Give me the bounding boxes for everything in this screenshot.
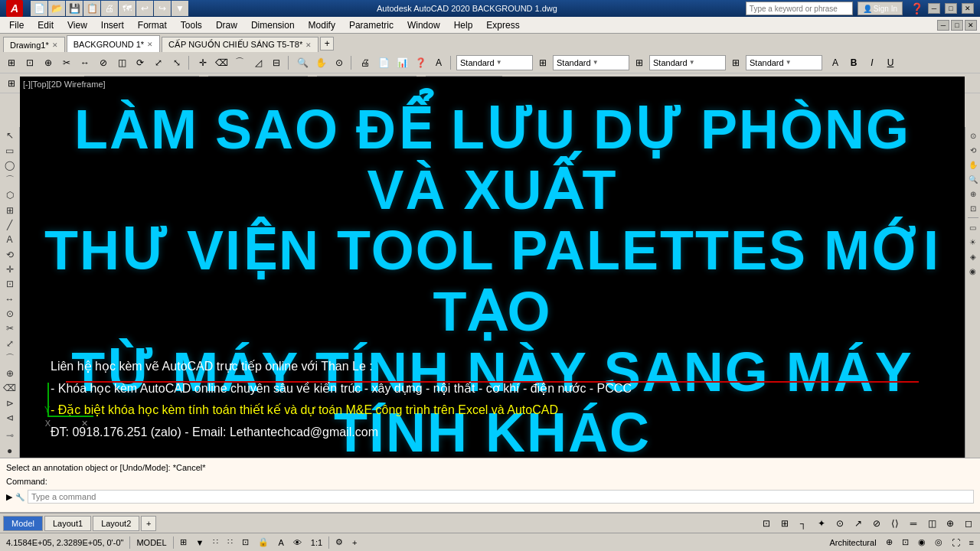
lt-extend[interactable]: ⤢: [2, 336, 18, 350]
lt-fillet[interactable]: ⌒: [2, 351, 18, 366]
tb-plotstyles[interactable]: 📊: [394, 55, 410, 70]
menu-modify[interactable]: Modify: [302, 18, 341, 32]
sb-osnap[interactable]: ⊙: [831, 516, 848, 531]
sb-grid-arrow[interactable]: ▼: [193, 538, 207, 547]
lt-mtext[interactable]: A: [2, 233, 18, 246]
tab-background1-close[interactable]: ✕: [147, 41, 153, 48]
lt-circle[interactable]: ◯: [2, 158, 18, 172]
sb-hw-accel[interactable]: ◉: [915, 537, 929, 547]
lt-poly[interactable]: ⬡: [2, 188, 18, 202]
open-btn[interactable]: 📂: [48, 1, 65, 16]
redo-btn[interactable]: ↪: [154, 1, 171, 16]
new-btn[interactable]: 📄: [31, 1, 47, 16]
sb-dot-grid[interactable]: ∷: [210, 537, 221, 547]
tab-drawing1[interactable]: Drawing1* ✕: [3, 37, 65, 52]
tb-offset[interactable]: ⊘: [95, 55, 112, 70]
new-tab-btn[interactable]: +: [320, 37, 334, 51]
std-dropdown-2[interactable]: Standard ▼: [553, 55, 629, 70]
rt-steeringwheel[interactable]: ⊕: [966, 187, 980, 201]
close-btn[interactable]: ✕: [962, 3, 974, 14]
sb-polar[interactable]: ✦: [813, 516, 830, 531]
menu-help[interactable]: Help: [448, 18, 479, 32]
maximize-btn[interactable]: □: [945, 3, 957, 14]
tab-layout1[interactable]: Layout1: [44, 516, 91, 531]
sb-scale[interactable]: 1:1: [308, 538, 325, 547]
tb-mirror[interactable]: ◫: [113, 55, 130, 70]
sign-in-button[interactable]: 👤 Sign In: [858, 2, 903, 15]
save-btn[interactable]: 💾: [66, 1, 83, 16]
lt-trim[interactable]: ✂: [2, 321, 18, 335]
tab-cap-nguon-close[interactable]: ✕: [305, 41, 312, 49]
tab-layout2[interactable]: Layout2: [93, 516, 139, 531]
tb-text-ul[interactable]: U: [882, 55, 899, 70]
sb-settings[interactable]: ⚙: [332, 537, 346, 547]
tb-array[interactable]: ⊟: [268, 55, 285, 70]
saveas-btn[interactable]: 📋: [83, 1, 100, 16]
plot-btn[interactable]: 🗺: [119, 1, 136, 16]
sb-model[interactable]: MODEL: [133, 538, 169, 547]
std-dropdown-3[interactable]: Standard ▼: [649, 55, 726, 70]
tb-text-italic[interactable]: I: [864, 55, 880, 70]
tab-drawing1-close[interactable]: ✕: [52, 41, 58, 49]
tb-scale[interactable]: ⤢: [150, 55, 167, 70]
sb-trans[interactable]: ◫: [923, 516, 940, 531]
keyword-search[interactable]: [746, 2, 853, 15]
tb-matchprop[interactable]: ⊡: [21, 55, 38, 70]
lt-mirror[interactable]: ↔: [2, 292, 18, 305]
lt-dim[interactable]: ⊸: [2, 429, 18, 442]
tab-background1[interactable]: BACKGROUND 1* ✕: [67, 35, 160, 52]
lt-arc[interactable]: ⌒: [2, 173, 18, 187]
lt-extra[interactable]: ●: [2, 444, 18, 458]
tab-cap-nguon[interactable]: CẤP NGUỒN CHIẾU SÁNG T5-T8* ✕: [162, 37, 318, 52]
lt-offset[interactable]: ⊙: [2, 307, 18, 321]
lt-hatch[interactable]: ⊞: [2, 203, 18, 217]
sb-ducs[interactable]: ⊘: [868, 516, 885, 531]
new-layout-btn[interactable]: +: [141, 516, 156, 531]
rt-view[interactable]: ▭: [966, 220, 980, 234]
sb-isolate[interactable]: ◎: [932, 537, 946, 547]
rt-pan[interactable]: ✋: [966, 158, 980, 171]
rt-light[interactable]: ☀: [966, 235, 980, 249]
tb-erase[interactable]: ⌫: [213, 55, 230, 70]
tb-move[interactable]: ✛: [194, 55, 211, 70]
sb-dot-grid2[interactable]: ∷: [224, 537, 236, 547]
sb-architectural[interactable]: Architectural: [826, 538, 879, 547]
std-dropdown-1[interactable]: Standard ▼: [456, 55, 533, 70]
ribbon-restore-btn[interactable]: □: [951, 20, 963, 31]
menu-insert[interactable]: Insert: [95, 18, 130, 32]
help-btn[interactable]: ❓: [910, 2, 923, 15]
sb-annotative-icon[interactable]: ⊕: [883, 537, 896, 547]
tb-chamfer[interactable]: ◿: [250, 55, 266, 70]
sb-plus[interactable]: +: [349, 538, 360, 547]
sb-vp-icon[interactable]: ⊡: [899, 537, 912, 547]
menu-parametric[interactable]: Parametric: [343, 18, 400, 32]
rt-render[interactable]: ◉: [966, 264, 980, 278]
tb-trim[interactable]: ✂: [58, 55, 75, 70]
rt-showmotion[interactable]: ⊡: [966, 201, 980, 215]
lt-rotate[interactable]: ⟲: [2, 247, 18, 261]
tb-3dorbit[interactable]: ⊙: [331, 55, 348, 70]
more-btn[interactable]: ▼: [172, 1, 188, 16]
tb-text-height[interactable]: A: [827, 55, 844, 70]
menu-draw[interactable]: Draw: [210, 18, 243, 32]
lt-move[interactable]: ✛: [2, 262, 18, 276]
menu-file[interactable]: File: [3, 18, 30, 32]
sb-coords[interactable]: 4.1584E+05, 2.3289E+05, 0'-0": [3, 538, 126, 547]
lt-array[interactable]: ⊡: [2, 277, 18, 291]
print-btn[interactable]: 🖨: [101, 1, 118, 16]
rt-material[interactable]: ◈: [966, 249, 980, 263]
sb-snap[interactable]: ⊡: [758, 516, 775, 531]
tb-layers-btn2[interactable]: ⊞: [631, 55, 648, 70]
sb-grid-btn[interactable]: ⊞: [177, 537, 190, 547]
tb-layers-btn3[interactable]: ⊞: [727, 55, 744, 70]
menu-express[interactable]: Express: [480, 18, 525, 32]
sb-sel[interactable]: ◻: [960, 516, 977, 531]
menu-view[interactable]: View: [61, 18, 93, 32]
menu-format[interactable]: Format: [132, 18, 173, 32]
ribbon-minimize-btn[interactable]: ─: [937, 20, 949, 31]
tb-plot[interactable]: 🖨: [357, 55, 374, 70]
command-input[interactable]: [28, 490, 974, 504]
tb-layerprop[interactable]: ⊞: [3, 76, 20, 91]
menu-window[interactable]: Window: [401, 18, 446, 32]
tb-layers-btn[interactable]: ⊞: [534, 55, 551, 70]
